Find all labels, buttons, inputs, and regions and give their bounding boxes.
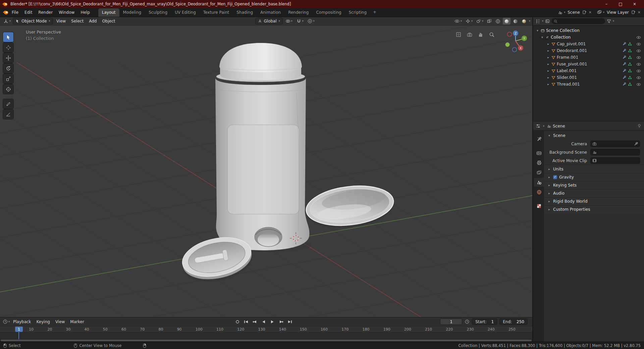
preview-range-toggle-icon[interactable] <box>465 319 470 324</box>
workspace-tab[interactable]: Animation <box>257 8 284 17</box>
editor-type-properties-icon[interactable] <box>536 123 541 129</box>
gizmo-axis-y-neg[interactable] <box>505 43 510 47</box>
expand-toggle[interactable]: ▸ <box>546 62 550 66</box>
output-tab-icon[interactable] <box>534 158 544 167</box>
object-name[interactable]: Slider.001 <box>557 75 577 80</box>
hide-eye-icon[interactable] <box>636 69 641 73</box>
object-type-visibility[interactable]: ▾ <box>453 19 463 23</box>
viewport-menu-item[interactable]: View <box>54 18 68 24</box>
properties-panel-header[interactable]: ▸ Custom Properties <box>544 205 644 213</box>
viewport-menu-item[interactable]: Select <box>68 18 86 24</box>
end-frame-field[interactable]: End:250 <box>499 318 528 325</box>
tool-transform[interactable] <box>3 84 13 94</box>
pivot-point-selector[interactable]: ▾ <box>284 19 294 23</box>
remove-view-layer-icon[interactable]: × <box>637 10 641 14</box>
scene-collection-label[interactable]: Scene Collection <box>546 28 580 33</box>
viewport-3d[interactable]: User Perspective (1) Collection Z Y X <box>0 26 532 317</box>
shading-rendered-button[interactable] <box>520 18 528 24</box>
timeline-menu-item[interactable]: Playback <box>10 318 34 325</box>
unlink-scene-icon[interactable]: × <box>588 10 592 14</box>
mesh-data-icon[interactable] <box>628 55 632 59</box>
field-input[interactable] <box>590 157 640 164</box>
breadcrumb[interactable]: Scene <box>547 124 565 129</box>
properties-panel-header[interactable]: ▸ Audio <box>544 189 644 197</box>
scrollbar-handle[interactable] <box>1 340 532 341</box>
timeline-track[interactable] <box>0 333 532 339</box>
deodorant-body-mesh[interactable] <box>215 43 311 252</box>
viewport-menu-item[interactable]: Object <box>99 18 118 24</box>
previous-keyframe-button[interactable] <box>251 319 259 325</box>
play-button[interactable] <box>269 319 276 325</box>
modifier-wrench-icon[interactable] <box>622 69 626 73</box>
mesh-data-icon[interactable] <box>628 76 632 80</box>
outliner-object-row[interactable]: ▸ Slider.001 <box>533 74 644 81</box>
start-frame-field[interactable]: Start:1 <box>472 318 497 325</box>
hide-eye-icon[interactable] <box>636 56 641 59</box>
new-scene-icon[interactable] <box>582 10 587 14</box>
playhead-line[interactable] <box>18 332 19 339</box>
proportional-editing-toggle[interactable]: ▾ <box>306 19 316 23</box>
minimize-button[interactable]: – <box>599 0 613 8</box>
properties-panel-header[interactable]: ▸ Units <box>544 165 644 173</box>
hide-eye-icon[interactable] <box>636 42 641 46</box>
tool-cursor[interactable] <box>3 43 13 52</box>
mesh-data-icon[interactable] <box>628 42 632 46</box>
chevron-down-icon[interactable]: ▾ <box>8 320 10 323</box>
outliner-object-row[interactable]: ▸ Cap_pivot.001 <box>533 41 644 47</box>
workspace-tab[interactable]: Texture Paint <box>200 8 233 17</box>
mesh-data-icon[interactable] <box>628 82 632 86</box>
show-overlays-toggle[interactable]: ▾ <box>475 19 485 23</box>
properties-panel-header[interactable]: ▸ Keying Sets <box>544 181 644 189</box>
outliner-object-row[interactable]: ▸ Thread.001 <box>533 81 644 88</box>
modifier-wrench-icon[interactable] <box>622 82 626 86</box>
outliner-object-row[interactable]: ▸ Deodorant.001 <box>533 47 644 54</box>
tool-select-box[interactable] <box>3 32 13 42</box>
orthographic-toggle-icon[interactable] <box>455 32 462 38</box>
jump-to-start-button[interactable] <box>243 319 250 325</box>
object-name[interactable]: Frame.001 <box>557 55 578 60</box>
scene-name[interactable]: Scene <box>567 10 581 15</box>
show-gizmo-toggle[interactable]: ▾ <box>464 19 474 23</box>
mesh-data-icon[interactable] <box>628 62 632 66</box>
gizmo-axis-x-neg[interactable] <box>507 32 512 37</box>
auto-keyframe-toggle[interactable] <box>234 319 241 325</box>
workspace-tab[interactable]: Layout <box>98 8 119 17</box>
current-frame-field[interactable]: 1 <box>440 318 462 325</box>
add-workspace-button[interactable]: + <box>370 8 379 16</box>
new-view-layer-icon[interactable] <box>631 10 636 14</box>
editor-type-timeline-icon[interactable] <box>3 319 8 324</box>
viewport-menu-item[interactable]: Add <box>86 18 99 24</box>
view-layer-tab-icon[interactable] <box>534 168 544 177</box>
tool-rotate[interactable] <box>3 63 13 73</box>
object-name[interactable]: Fuse_pivot.001 <box>557 62 587 66</box>
chevron-down-icon[interactable]: ▾ <box>613 20 614 22</box>
editor-type-outliner-icon[interactable] <box>535 19 540 24</box>
object-name[interactable]: Cap_pivot.001 <box>557 42 586 46</box>
properties-panel-header[interactable]: ▸ Rigid Body World <box>544 197 644 205</box>
gizmo-axis-z-neg[interactable] <box>513 48 517 52</box>
expand-toggle[interactable]: ▸ <box>546 42 550 46</box>
next-keyframe-button[interactable] <box>277 319 285 325</box>
view-layer-selector[interactable]: ▾ View Layer × <box>597 10 641 15</box>
expand-toggle[interactable]: ▸ <box>546 49 550 52</box>
filter-funnel-icon[interactable] <box>607 19 611 23</box>
outliner-row-scene-collection[interactable]: ▾ Scene Collection <box>533 27 644 34</box>
outliner-object-row[interactable]: ▸ Frame.001 <box>533 54 644 61</box>
expand-toggle[interactable]: ▸ <box>546 76 550 79</box>
tool-scale[interactable] <box>3 74 13 84</box>
scene-tab-icon[interactable] <box>534 178 544 187</box>
outliner-search-input[interactable] <box>551 18 605 24</box>
mesh-data-icon[interactable] <box>628 69 632 73</box>
hide-eye-icon[interactable] <box>636 49 641 53</box>
properties-panel-header[interactable]: ▸ ✓ Gravity <box>544 173 644 181</box>
topbar-menu-item[interactable]: Render <box>35 9 56 16</box>
cap-lid-mesh[interactable] <box>304 181 396 232</box>
blender-menu-icon[interactable] <box>3 10 9 15</box>
maximize-button[interactable]: □ <box>613 0 628 8</box>
topbar-menu-item[interactable]: Edit <box>21 9 35 16</box>
object-name[interactable]: Label.001 <box>557 68 577 73</box>
view-layer-name[interactable]: View Layer <box>606 10 630 15</box>
expand-toggle[interactable]: ▸ <box>546 83 550 86</box>
editor-type-selector[interactable]: ▾ <box>2 19 12 24</box>
workspace-tab[interactable]: UV Editing <box>171 8 200 17</box>
